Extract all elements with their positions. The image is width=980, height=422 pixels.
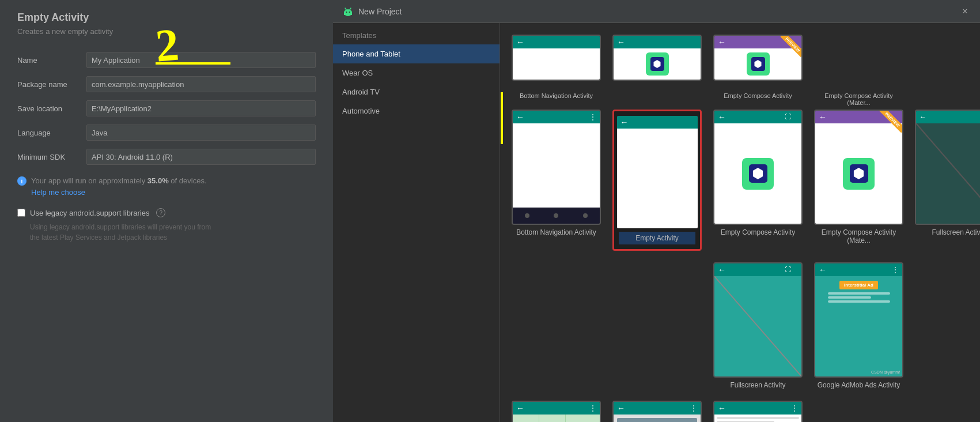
template-card-partial-3[interactable]: ← PREVIEW	[713, 35, 803, 81]
svg-line-4	[345, 8, 346, 10]
name-input[interactable]	[86, 52, 316, 68]
template-card-partial-2[interactable]: ←	[612, 35, 702, 81]
svg-point-2	[346, 12, 347, 13]
info-icon: i	[17, 176, 27, 186]
toolbar-bar	[617, 418, 697, 422]
diagonal-svg	[714, 276, 801, 376]
top-partial-row: ← ←	[512, 35, 968, 81]
templates-area[interactable]: ← ←	[500, 23, 980, 422]
min-sdk-label: Minimum SDK	[17, 153, 86, 161]
compose-icon	[742, 158, 774, 190]
package-row: Package name	[17, 76, 316, 92]
android-icon	[342, 6, 354, 17]
bottom-nav-label-top: Bottom Navigation Activity	[512, 92, 601, 106]
template-card-fullscreen[interactable]: ← ⛶ Fullscreen Activity	[713, 262, 803, 389]
menu-dots-maps: ⋮	[589, 404, 596, 412]
svg-line-7	[714, 276, 801, 376]
content-line-1	[717, 417, 799, 419]
ad-line-1	[828, 292, 890, 295]
svg-line-5	[350, 8, 351, 10]
template-card-empty-compose-material[interactable]: ← PREVIEW Empty C	[814, 110, 903, 251]
dialog-title: New Project	[358, 7, 959, 16]
sidebar-item-automotive[interactable]: Automotive	[333, 101, 500, 120]
bottom-partial-row: ← ⋮ 📍	[512, 401, 968, 422]
template-card-empty-compose[interactable]: ← ⛶ Empty Compose Activity	[713, 110, 803, 251]
fullscreen-icon: ⛶	[785, 113, 791, 120]
sidebar-item-android-tv[interactable]: Android TV	[333, 82, 500, 101]
back-arrow-icon-maps: ←	[516, 404, 524, 413]
new-project-dialog: New Project × Templates Phone and Tablet…	[333, 0, 980, 422]
menu-dots-p3: ⋮	[791, 404, 798, 412]
back-arrow-icon-admob: ←	[819, 265, 827, 274]
template-card-admob[interactable]: ← ⋮ Interstitial Ad CSDN	[814, 262, 903, 389]
template-card-partial-badge[interactable]: ← ⋮ ★	[612, 401, 702, 422]
second-row: ← ⛶ Fullscreen Activity	[512, 262, 968, 389]
name-row: Name	[17, 52, 316, 68]
admob-label: Google AdMob Ads Activity	[818, 381, 900, 389]
svg-point-3	[349, 12, 350, 13]
language-label: Language	[17, 129, 86, 137]
template-card-empty-activity-wrapper[interactable]: ← Empty Activity	[612, 110, 702, 251]
legacy-checkbox-label: Use legacy android.support libraries	[30, 209, 149, 217]
help-icon[interactable]: ?	[156, 208, 165, 217]
menu-dots-badge: ⋮	[690, 404, 697, 412]
back-arrow-icon-3: ←	[718, 37, 726, 47]
legacy-checkbox[interactable]	[17, 209, 25, 217]
activity-title: Empty Activity	[17, 12, 316, 24]
menu-dots-icon: ⋮	[589, 113, 596, 121]
empty-activity-preview: ←	[617, 116, 698, 228]
sidebar: Templates Phone and Tablet Wear OS Andro…	[333, 23, 500, 422]
dialog-body: Templates Phone and Tablet Wear OS Andro…	[333, 23, 980, 422]
preview-badge-material: PREVIEW	[873, 111, 902, 140]
package-label: Package name	[17, 80, 86, 89]
sidebar-item-wear-os[interactable]: Wear OS	[333, 63, 500, 82]
nav-dot-2	[554, 213, 558, 218]
back-arrow-icon-nav: ←	[516, 112, 524, 122]
package-input[interactable]	[86, 76, 316, 92]
nav-dot-3	[583, 213, 588, 218]
interstitial-ad-button: Interstitial Ad	[839, 281, 878, 289]
template-card-maps-partial[interactable]: ← ⋮ 📍	[512, 401, 601, 422]
min-sdk-input[interactable]	[86, 149, 316, 165]
bottom-nav-bar	[513, 208, 600, 224]
ad-line-2	[828, 296, 872, 299]
template-card-bottom-nav[interactable]: ← ⋮ Bottom Navigation Activity	[512, 110, 601, 251]
fullscreen-expand-icon: ⛶	[785, 266, 791, 273]
template-card-interstitial[interactable]: ← ⛶ Fullscreen Activity	[915, 110, 980, 251]
legacy-checkbox-row: Use legacy android.support libraries ?	[17, 208, 316, 217]
empty-compose-material-label-top: Empty Compose Activity (Mater...	[814, 92, 903, 106]
main-cards-row: ← ⋮ Bottom Navigation Activity	[512, 110, 968, 251]
sdk-note-text: Your app will run on approximately 35.0%…	[31, 176, 207, 185]
back-arrow-icon-2: ←	[617, 37, 625, 47]
map-grid-v-2	[565, 415, 566, 422]
menu-dots-admob: ⋮	[892, 266, 899, 274]
svg-line-6	[916, 123, 980, 224]
sidebar-item-phone-tablet[interactable]: Phone and Tablet	[333, 44, 500, 63]
map-grid-v-1	[539, 415, 539, 422]
help-me-choose-link[interactable]: Help me choose	[31, 188, 207, 197]
save-location-label: Save location	[17, 104, 86, 113]
fullscreen-activity-label: Fullscreen Activity	[730, 381, 785, 389]
back-arrow-icon-compose: ←	[718, 112, 726, 122]
sdk-note: i Your app will run on approximately 35.…	[17, 175, 316, 197]
save-location-input[interactable]	[86, 100, 316, 116]
svg-rect-1	[344, 12, 352, 15]
empty-activity-label: Empty Activity	[619, 232, 695, 244]
language-row: Language	[17, 125, 316, 141]
back-arrow-icon-fullscreen: ←	[718, 265, 726, 274]
back-arrow-icon: ←	[516, 37, 524, 47]
dialog-titlebar: New Project ×	[333, 0, 980, 23]
left-form-panel: Empty Activity Creates a new empty activ…	[0, 0, 333, 422]
nav-dot-1	[525, 213, 529, 218]
language-input[interactable]	[86, 125, 316, 141]
template-card-partial-3-bottom[interactable]: ← ⋮	[713, 401, 803, 422]
name-label: Name	[17, 56, 86, 65]
bottom-nav-label: Bottom Navigation Activity	[516, 228, 596, 236]
back-arrow-icon-p3: ←	[718, 404, 726, 413]
empty-compose-material-label: Empty Compose Activity (Mate...	[814, 228, 903, 244]
ad-line-3	[828, 300, 890, 303]
template-card-partial-1[interactable]: ←	[512, 35, 601, 81]
csdn-watermark: CSDN @yummf	[871, 370, 900, 374]
fullscreen-label: Fullscreen Activity	[932, 228, 980, 236]
close-button[interactable]: ×	[959, 6, 971, 17]
